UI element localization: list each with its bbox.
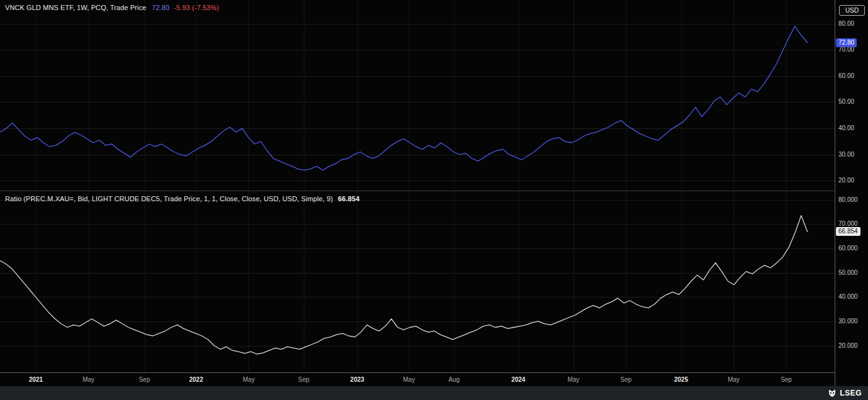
y-tick-label: 30.00 [838, 151, 854, 158]
last-price-badge: 66.854 [836, 227, 860, 236]
x-tick-label: Sep [298, 376, 309, 383]
chart-window: VNCK GLD MNS ETF, 1W, PCQ, Trade Price72… [0, 0, 868, 400]
price-legend-last: 72.80 [152, 4, 169, 11]
price-axis[interactable]: USD 80.0070.0060.0050.0040.0030.0020.007… [835, 0, 868, 386]
ratio-chart-panel[interactable]: Ratio (PREC.M.XAU=, Bid, LIGHT CRUDE DEC… [0, 191, 835, 372]
lseg-logo-icon [828, 389, 837, 397]
footer-bar: LSEG [0, 386, 868, 400]
price-legend-change: -5.93 (-7.53%) [174, 4, 220, 11]
x-tick-label: 2023 [350, 376, 364, 383]
x-tick-label: 2022 [189, 376, 203, 383]
x-tick-label: Sep [139, 376, 150, 383]
lseg-logo-text: LSEG [840, 389, 862, 397]
price-legend[interactable]: VNCK GLD MNS ETF, 1W, PCQ, Trade Price72… [5, 4, 219, 11]
ratio-legend-value: 66.854 [338, 195, 359, 203]
x-tick-label: 2021 [29, 376, 43, 383]
price-series-line[interactable] [0, 0, 834, 191]
y-tick-label: 60.00 [838, 72, 854, 80]
price-legend-title: VNCK GLD MNS ETF, 1W, PCQ, Trade Price [5, 4, 146, 11]
x-tick-label: May [82, 376, 94, 383]
last-price-badge: 72.80 [836, 38, 857, 47]
x-tick-label: 2024 [511, 376, 525, 383]
y-tick-label: 50.00 [838, 98, 854, 106]
y-tick-label: 30.000 [838, 318, 858, 325]
currency-button[interactable]: USD [839, 5, 865, 16]
ratio-legend[interactable]: Ratio (PREC.M.XAU=, Bid, LIGHT CRUDE DEC… [5, 195, 360, 203]
y-tick-label: 20.00 [838, 177, 854, 184]
y-tick-label: 20.000 [838, 342, 858, 350]
y-tick-label: 50.000 [838, 269, 858, 277]
y-tick-label: 70.00 [838, 46, 854, 53]
x-tick-label: Aug [448, 376, 460, 383]
x-tick-label: Sep [620, 376, 632, 383]
x-tick-label: Sep [781, 376, 792, 383]
y-tick-label: 40.000 [838, 293, 858, 301]
x-tick-label: May [403, 376, 415, 383]
x-tick-label: May [728, 376, 740, 383]
y-tick-label: 80.00 [838, 20, 854, 28]
ratio-series-line[interactable] [0, 191, 834, 372]
time-axis[interactable]: 2021MaySep2022MaySep2023MayAug2024MaySep… [0, 372, 835, 386]
price-chart-panel[interactable]: VNCK GLD MNS ETF, 1W, PCQ, Trade Price72… [0, 0, 835, 191]
ratio-legend-title: Ratio (PREC.M.XAU=, Bid, LIGHT CRUDE DEC… [5, 195, 333, 203]
y-tick-label: 80.000 [838, 196, 858, 204]
y-tick-label: 60.000 [838, 245, 858, 252]
x-tick-label: 2025 [674, 376, 688, 383]
y-tick-label: 40.00 [838, 125, 854, 132]
x-tick-label: May [243, 376, 255, 383]
x-tick-label: May [567, 376, 579, 383]
